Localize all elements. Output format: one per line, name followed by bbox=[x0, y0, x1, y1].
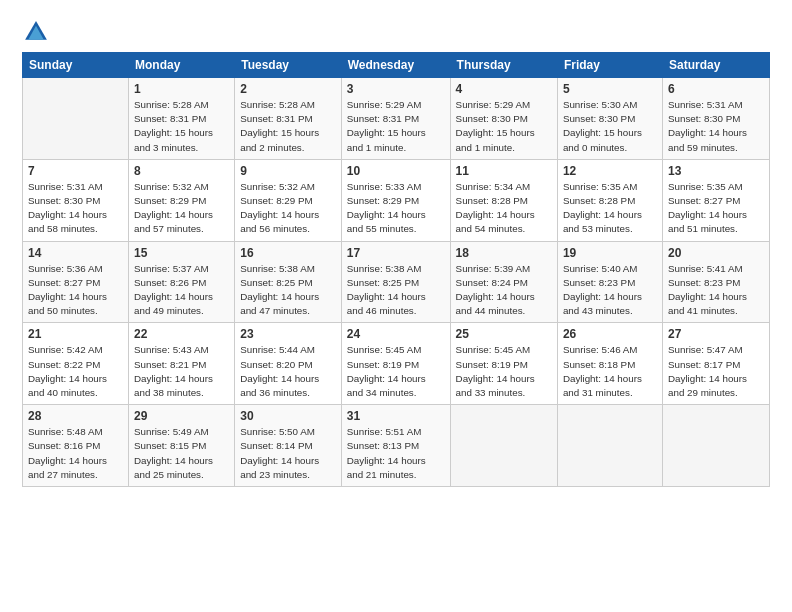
day-info: Sunrise: 5:36 AM Sunset: 8:27 PM Dayligh… bbox=[28, 262, 123, 319]
day-info: Sunrise: 5:40 AM Sunset: 8:23 PM Dayligh… bbox=[563, 262, 657, 319]
calendar-cell: 13Sunrise: 5:35 AM Sunset: 8:27 PM Dayli… bbox=[662, 159, 769, 241]
calendar-cell: 4Sunrise: 5:29 AM Sunset: 8:30 PM Daylig… bbox=[450, 78, 557, 160]
day-info: Sunrise: 5:34 AM Sunset: 8:28 PM Dayligh… bbox=[456, 180, 552, 237]
day-info: Sunrise: 5:32 AM Sunset: 8:29 PM Dayligh… bbox=[134, 180, 229, 237]
weekday-header-saturday: Saturday bbox=[662, 53, 769, 78]
calendar-cell bbox=[662, 405, 769, 487]
calendar-cell: 2Sunrise: 5:28 AM Sunset: 8:31 PM Daylig… bbox=[235, 78, 342, 160]
day-info: Sunrise: 5:46 AM Sunset: 8:18 PM Dayligh… bbox=[563, 343, 657, 400]
calendar-cell: 5Sunrise: 5:30 AM Sunset: 8:30 PM Daylig… bbox=[557, 78, 662, 160]
day-number: 13 bbox=[668, 164, 764, 178]
weekday-header-sunday: Sunday bbox=[23, 53, 129, 78]
day-info: Sunrise: 5:45 AM Sunset: 8:19 PM Dayligh… bbox=[347, 343, 445, 400]
day-number: 18 bbox=[456, 246, 552, 260]
calendar-table: SundayMondayTuesdayWednesdayThursdayFrid… bbox=[22, 52, 770, 487]
calendar-cell: 6Sunrise: 5:31 AM Sunset: 8:30 PM Daylig… bbox=[662, 78, 769, 160]
week-row-5: 28Sunrise: 5:48 AM Sunset: 8:16 PM Dayli… bbox=[23, 405, 770, 487]
day-number: 14 bbox=[28, 246, 123, 260]
day-number: 11 bbox=[456, 164, 552, 178]
calendar-cell: 19Sunrise: 5:40 AM Sunset: 8:23 PM Dayli… bbox=[557, 241, 662, 323]
day-info: Sunrise: 5:48 AM Sunset: 8:16 PM Dayligh… bbox=[28, 425, 123, 482]
day-info: Sunrise: 5:44 AM Sunset: 8:20 PM Dayligh… bbox=[240, 343, 336, 400]
header bbox=[22, 18, 770, 46]
day-info: Sunrise: 5:29 AM Sunset: 8:31 PM Dayligh… bbox=[347, 98, 445, 155]
calendar-header: SundayMondayTuesdayWednesdayThursdayFrid… bbox=[23, 53, 770, 78]
day-number: 20 bbox=[668, 246, 764, 260]
day-info: Sunrise: 5:47 AM Sunset: 8:17 PM Dayligh… bbox=[668, 343, 764, 400]
calendar-cell: 16Sunrise: 5:38 AM Sunset: 8:25 PM Dayli… bbox=[235, 241, 342, 323]
day-number: 17 bbox=[347, 246, 445, 260]
day-info: Sunrise: 5:31 AM Sunset: 8:30 PM Dayligh… bbox=[28, 180, 123, 237]
day-number: 30 bbox=[240, 409, 336, 423]
calendar-cell bbox=[450, 405, 557, 487]
calendar-cell: 14Sunrise: 5:36 AM Sunset: 8:27 PM Dayli… bbox=[23, 241, 129, 323]
day-info: Sunrise: 5:38 AM Sunset: 8:25 PM Dayligh… bbox=[347, 262, 445, 319]
day-number: 23 bbox=[240, 327, 336, 341]
day-info: Sunrise: 5:32 AM Sunset: 8:29 PM Dayligh… bbox=[240, 180, 336, 237]
day-number: 4 bbox=[456, 82, 552, 96]
calendar-cell: 24Sunrise: 5:45 AM Sunset: 8:19 PM Dayli… bbox=[341, 323, 450, 405]
weekday-header-monday: Monday bbox=[128, 53, 234, 78]
calendar-cell: 20Sunrise: 5:41 AM Sunset: 8:23 PM Dayli… bbox=[662, 241, 769, 323]
weekday-header-tuesday: Tuesday bbox=[235, 53, 342, 78]
calendar-cell: 11Sunrise: 5:34 AM Sunset: 8:28 PM Dayli… bbox=[450, 159, 557, 241]
calendar-cell: 22Sunrise: 5:43 AM Sunset: 8:21 PM Dayli… bbox=[128, 323, 234, 405]
calendar-cell: 15Sunrise: 5:37 AM Sunset: 8:26 PM Dayli… bbox=[128, 241, 234, 323]
calendar-cell: 17Sunrise: 5:38 AM Sunset: 8:25 PM Dayli… bbox=[341, 241, 450, 323]
day-info: Sunrise: 5:35 AM Sunset: 8:27 PM Dayligh… bbox=[668, 180, 764, 237]
weekday-header-row: SundayMondayTuesdayWednesdayThursdayFrid… bbox=[23, 53, 770, 78]
day-info: Sunrise: 5:28 AM Sunset: 8:31 PM Dayligh… bbox=[240, 98, 336, 155]
day-info: Sunrise: 5:28 AM Sunset: 8:31 PM Dayligh… bbox=[134, 98, 229, 155]
logo-icon bbox=[22, 18, 50, 46]
calendar-cell: 12Sunrise: 5:35 AM Sunset: 8:28 PM Dayli… bbox=[557, 159, 662, 241]
calendar-cell: 3Sunrise: 5:29 AM Sunset: 8:31 PM Daylig… bbox=[341, 78, 450, 160]
day-number: 31 bbox=[347, 409, 445, 423]
calendar-cell: 31Sunrise: 5:51 AM Sunset: 8:13 PM Dayli… bbox=[341, 405, 450, 487]
page: SundayMondayTuesdayWednesdayThursdayFrid… bbox=[0, 0, 792, 612]
day-info: Sunrise: 5:37 AM Sunset: 8:26 PM Dayligh… bbox=[134, 262, 229, 319]
week-row-3: 14Sunrise: 5:36 AM Sunset: 8:27 PM Dayli… bbox=[23, 241, 770, 323]
day-info: Sunrise: 5:45 AM Sunset: 8:19 PM Dayligh… bbox=[456, 343, 552, 400]
calendar-cell: 21Sunrise: 5:42 AM Sunset: 8:22 PM Dayli… bbox=[23, 323, 129, 405]
calendar-body: 1Sunrise: 5:28 AM Sunset: 8:31 PM Daylig… bbox=[23, 78, 770, 487]
day-number: 6 bbox=[668, 82, 764, 96]
day-info: Sunrise: 5:43 AM Sunset: 8:21 PM Dayligh… bbox=[134, 343, 229, 400]
day-number: 26 bbox=[563, 327, 657, 341]
calendar-cell: 28Sunrise: 5:48 AM Sunset: 8:16 PM Dayli… bbox=[23, 405, 129, 487]
day-info: Sunrise: 5:38 AM Sunset: 8:25 PM Dayligh… bbox=[240, 262, 336, 319]
day-info: Sunrise: 5:50 AM Sunset: 8:14 PM Dayligh… bbox=[240, 425, 336, 482]
calendar-cell: 8Sunrise: 5:32 AM Sunset: 8:29 PM Daylig… bbox=[128, 159, 234, 241]
calendar-cell: 27Sunrise: 5:47 AM Sunset: 8:17 PM Dayli… bbox=[662, 323, 769, 405]
day-number: 10 bbox=[347, 164, 445, 178]
day-info: Sunrise: 5:39 AM Sunset: 8:24 PM Dayligh… bbox=[456, 262, 552, 319]
day-info: Sunrise: 5:29 AM Sunset: 8:30 PM Dayligh… bbox=[456, 98, 552, 155]
calendar-cell bbox=[557, 405, 662, 487]
day-info: Sunrise: 5:49 AM Sunset: 8:15 PM Dayligh… bbox=[134, 425, 229, 482]
week-row-4: 21Sunrise: 5:42 AM Sunset: 8:22 PM Dayli… bbox=[23, 323, 770, 405]
logo bbox=[22, 18, 54, 46]
day-number: 15 bbox=[134, 246, 229, 260]
day-number: 7 bbox=[28, 164, 123, 178]
day-number: 25 bbox=[456, 327, 552, 341]
day-number: 9 bbox=[240, 164, 336, 178]
day-number: 21 bbox=[28, 327, 123, 341]
weekday-header-wednesday: Wednesday bbox=[341, 53, 450, 78]
day-number: 22 bbox=[134, 327, 229, 341]
week-row-2: 7Sunrise: 5:31 AM Sunset: 8:30 PM Daylig… bbox=[23, 159, 770, 241]
day-info: Sunrise: 5:35 AM Sunset: 8:28 PM Dayligh… bbox=[563, 180, 657, 237]
day-number: 2 bbox=[240, 82, 336, 96]
day-info: Sunrise: 5:30 AM Sunset: 8:30 PM Dayligh… bbox=[563, 98, 657, 155]
day-number: 28 bbox=[28, 409, 123, 423]
calendar-cell: 23Sunrise: 5:44 AM Sunset: 8:20 PM Dayli… bbox=[235, 323, 342, 405]
day-info: Sunrise: 5:51 AM Sunset: 8:13 PM Dayligh… bbox=[347, 425, 445, 482]
day-number: 3 bbox=[347, 82, 445, 96]
day-number: 8 bbox=[134, 164, 229, 178]
day-info: Sunrise: 5:42 AM Sunset: 8:22 PM Dayligh… bbox=[28, 343, 123, 400]
calendar-cell: 25Sunrise: 5:45 AM Sunset: 8:19 PM Dayli… bbox=[450, 323, 557, 405]
calendar-cell: 18Sunrise: 5:39 AM Sunset: 8:24 PM Dayli… bbox=[450, 241, 557, 323]
day-number: 5 bbox=[563, 82, 657, 96]
day-number: 29 bbox=[134, 409, 229, 423]
weekday-header-thursday: Thursday bbox=[450, 53, 557, 78]
calendar-cell: 29Sunrise: 5:49 AM Sunset: 8:15 PM Dayli… bbox=[128, 405, 234, 487]
calendar-cell: 9Sunrise: 5:32 AM Sunset: 8:29 PM Daylig… bbox=[235, 159, 342, 241]
